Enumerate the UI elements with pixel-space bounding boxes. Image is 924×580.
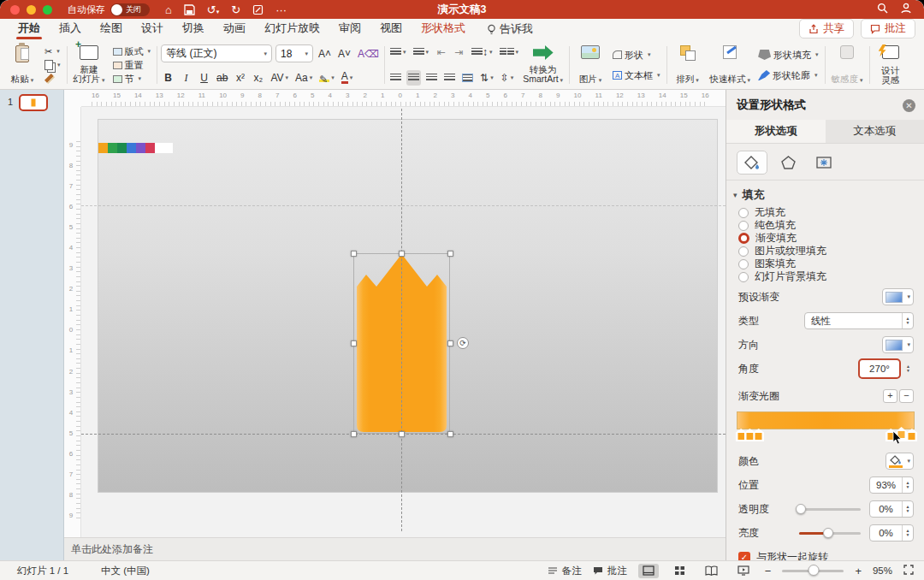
reading-view-button[interactable] (702, 564, 722, 578)
brightness-stepper[interactable]: ▲▼ (902, 525, 913, 541)
align-text-button[interactable]: ⇳▾ (499, 70, 516, 86)
reset-button[interactable]: 重置 (110, 58, 154, 72)
handle-top-left[interactable] (351, 251, 357, 257)
ribbon-tab-3[interactable]: 设计 (132, 18, 173, 40)
zoom-percentage[interactable]: 95% (873, 565, 892, 576)
bold-button[interactable]: B (161, 70, 175, 86)
position-stepper[interactable]: ▲▼ (902, 477, 913, 493)
save-icon[interactable] (184, 4, 195, 15)
ribbon-tab-2[interactable]: 绘图 (91, 18, 132, 40)
superscript-button[interactable]: x² (233, 70, 247, 86)
tab-text-options[interactable]: 文本选项 (826, 120, 924, 143)
subscript-button[interactable]: x₂ (251, 70, 265, 86)
slide-thumbnail[interactable] (19, 94, 48, 111)
brightness-slider-knob[interactable] (823, 528, 833, 538)
transparency-slider-knob[interactable] (796, 504, 806, 514)
gradient-bar[interactable] (737, 411, 915, 429)
cut-button[interactable]: ✂▾ (42, 44, 63, 58)
handle-top-right[interactable] (447, 251, 453, 257)
window-minimize-button[interactable] (27, 5, 36, 15)
notes-area[interactable]: 单击此处添加备注 (64, 537, 726, 560)
columns-button[interactable]: ▾ (498, 44, 521, 60)
position-input[interactable]: 93% ▲▼ (869, 476, 914, 494)
line-spacing-button[interactable]: ↕▾ (470, 44, 495, 60)
brightness-slider[interactable] (799, 532, 861, 535)
design-ideas-button[interactable]: 设计灵感 (874, 43, 908, 87)
italic-button[interactable]: I (179, 70, 193, 86)
normal-view-button[interactable] (638, 564, 659, 578)
shape-fill-button[interactable]: 形状填充▾ (755, 48, 821, 62)
font-size-combo[interactable]: 18▾ (275, 44, 313, 62)
horizontal-guide-upper[interactable] (81, 205, 726, 206)
underline-button[interactable]: U (197, 70, 211, 86)
shape-outline-button[interactable]: 形状轮廓▾ (755, 68, 821, 82)
ribbon-tab-4[interactable]: 切换 (173, 18, 214, 40)
transparency-slider[interactable] (799, 508, 861, 511)
ribbon-tab-1[interactable]: 插入 (50, 18, 91, 40)
fill-option-0[interactable]: 无填充 (726, 206, 924, 219)
tab-shape-options[interactable]: 形状选项 (726, 120, 826, 143)
type-stepper[interactable]: ▲▼ (902, 313, 913, 328)
radio-icon[interactable] (738, 259, 749, 269)
fill-option-3[interactable]: 图片或纹理填充 (726, 245, 924, 257)
size-properties-tab[interactable] (808, 151, 839, 175)
fit-slide-button[interactable] (903, 565, 914, 577)
handle-middle-left[interactable] (351, 340, 357, 346)
handle-top-center[interactable] (399, 251, 405, 257)
char-spacing-button[interactable]: AV▾ (269, 70, 290, 86)
rotation-handle[interactable]: ⟳ (457, 337, 469, 349)
radio-icon[interactable] (738, 208, 749, 218)
copy-button[interactable]: ▾ (42, 58, 63, 72)
home-icon[interactable]: ⌂ (165, 3, 172, 16)
redo-icon[interactable]: ↻ (231, 3, 240, 16)
ribbon-tab-8[interactable]: 视图 (370, 18, 412, 40)
handle-bottom-center[interactable] (399, 431, 405, 437)
panel-close-icon[interactable]: ✕ (903, 99, 915, 112)
shrink-font-button[interactable]: A˅ (336, 46, 352, 62)
language-indicator[interactable]: 中文 (中国) (101, 565, 150, 577)
increase-indent-button[interactable]: ⇥ (452, 44, 466, 60)
textbox-button[interactable]: A文本框▾ (610, 68, 663, 82)
direction-dropdown[interactable]: ▾ (882, 336, 914, 353)
change-case-button[interactable]: Aa▾ (293, 70, 314, 86)
align-right-button[interactable] (424, 70, 439, 86)
undo-icon[interactable]: ↺▾ (207, 3, 219, 16)
grow-font-button[interactable]: A˄ (317, 46, 333, 62)
window-zoom-button[interactable] (43, 5, 52, 15)
handle-bottom-left[interactable] (351, 431, 357, 437)
remove-stop-button[interactable]: − (899, 389, 914, 403)
highlight-button[interactable]: ✎▾ (317, 70, 336, 86)
layout-button[interactable]: 版式▾ (110, 44, 154, 58)
section-button[interactable]: 节▾ (110, 72, 154, 86)
comments-button[interactable]: 批注 (861, 19, 915, 38)
angle-input[interactable]: 270° (860, 360, 899, 377)
gradient-stop-5[interactable] (906, 429, 917, 441)
align-center-button[interactable] (406, 70, 421, 86)
gradient-stop-2[interactable] (753, 429, 764, 441)
zoom-slider-knob[interactable] (808, 565, 820, 576)
radio-icon[interactable] (738, 272, 749, 282)
distribute-button[interactable] (460, 70, 475, 86)
window-close-button[interactable] (10, 5, 20, 15)
radio-icon[interactable] (738, 246, 749, 257)
bullets-button[interactable]: ▾ (388, 44, 408, 60)
account-icon[interactable] (900, 2, 912, 17)
ribbon-tab-9[interactable]: 形状格式 (412, 18, 475, 40)
new-slide-button[interactable]: 新建幻灯片▾ (71, 43, 108, 87)
justify-button[interactable] (442, 70, 457, 86)
convert-smartart-button[interactable]: 转换为SmartArt▾ (520, 43, 566, 87)
slideshow-view-button[interactable] (733, 564, 754, 578)
effects-tab[interactable] (773, 151, 803, 175)
slide-canvas[interactable]: 1615141312111098765432101234567891011121… (64, 90, 726, 537)
quick-styles-button[interactable]: 快速样式▾ (708, 43, 754, 87)
shapes-button[interactable]: 形状▾ (610, 48, 663, 62)
paste-button[interactable]: 粘贴▾ (5, 43, 39, 87)
fill-line-tab[interactable] (737, 151, 767, 175)
picture-button[interactable]: 图片▾ (573, 43, 607, 87)
strikethrough-button[interactable]: ab (215, 70, 229, 86)
tell-me-button[interactable]: 告诉我 (487, 21, 533, 40)
preset-gradient-dropdown[interactable]: ▾ (882, 288, 914, 305)
ribbon-tab-0[interactable]: 开始 (9, 18, 50, 40)
ribbon-tab-5[interactable]: 动画 (214, 18, 255, 40)
comments-toggle-button[interactable]: 批注 (593, 565, 627, 577)
